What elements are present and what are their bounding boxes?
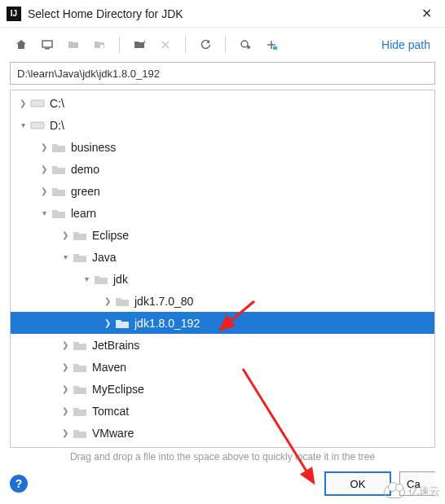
folder-icon (73, 404, 87, 419)
tree-node[interactable]: ❯business (11, 136, 434, 158)
directory-tree: ❯C:\▾D:\❯business❯demo❯green▾learn❯Eclip… (11, 90, 434, 445)
tree-node[interactable]: ▾Java (11, 246, 434, 268)
tree-node[interactable]: ❯VMware (11, 422, 434, 444)
tree-node-label: MyEclipse (92, 383, 144, 396)
svg-point-5 (247, 46, 250, 49)
project-icon (62, 33, 85, 56)
tree-node-label: Maven (92, 361, 126, 374)
drive-icon (30, 118, 45, 133)
tree-node[interactable]: ❯JetBrains (11, 334, 434, 356)
tree-node-label: jdk1.8.0_192 (134, 317, 200, 330)
chevron-right-icon[interactable]: ❯ (102, 296, 113, 305)
tree-node[interactable]: ❯Tomcat (11, 400, 434, 422)
cancel-button[interactable]: Ca (399, 471, 435, 496)
folder-icon (73, 228, 87, 243)
tree-node-label: D:\ (50, 119, 64, 132)
tree-node[interactable]: ❯Eclipse (11, 224, 434, 246)
show-hidden-icon[interactable] (234, 33, 257, 56)
app-icon: IJ (7, 7, 21, 21)
chevron-right-icon[interactable]: ❯ (59, 428, 71, 437)
tree-node-label: Tomcat (92, 405, 129, 418)
chevron-right-icon[interactable]: ❯ (38, 186, 50, 195)
tree-node[interactable]: ❯Maven (11, 356, 434, 378)
button-row: ? OK Ca (0, 471, 445, 496)
folder-icon (51, 184, 66, 199)
folder-icon (115, 316, 130, 331)
chevron-down-icon[interactable]: ▾ (81, 274, 92, 283)
folder-icon (73, 250, 87, 265)
tree-node-label: learn (71, 207, 96, 220)
desktop-icon[interactable] (36, 33, 59, 56)
toolbar-separator (119, 37, 120, 53)
toolbar-separator (185, 37, 186, 53)
module-icon (88, 33, 111, 56)
chevron-right-icon[interactable]: ❯ (59, 384, 71, 393)
tree-node-label: JetBrains (92, 339, 139, 352)
tree-node-label: business (71, 141, 116, 154)
tree-node-label: C:\ (50, 97, 64, 110)
svg-point-4 (241, 41, 248, 47)
chevron-down-icon[interactable]: ▾ (17, 121, 29, 129)
toolbar-separator (225, 37, 226, 53)
chevron-right-icon[interactable]: ❯ (38, 164, 50, 173)
close-icon[interactable]: ✕ (415, 2, 438, 24)
refresh-icon[interactable] (194, 33, 217, 56)
chevron-right-icon[interactable]: ❯ (59, 340, 71, 349)
tree-node[interactable]: ❯green (11, 180, 434, 202)
svg-rect-8 (31, 122, 44, 129)
svg-rect-2 (100, 45, 104, 48)
folder-icon (115, 294, 130, 309)
folder-icon (73, 426, 87, 440)
tree-node-label: VMware (92, 427, 134, 440)
chevron-down-icon[interactable]: ▾ (38, 208, 50, 217)
chevron-right-icon[interactable]: ❯ (59, 406, 71, 415)
tree-node[interactable]: ❯demo (11, 158, 434, 180)
tree-node[interactable]: ❯C:\ (11, 92, 434, 114)
tree-node-label: demo (71, 163, 99, 176)
folder-icon (51, 162, 66, 177)
chevron-right-icon[interactable]: ❯ (38, 142, 50, 151)
svg-rect-1 (45, 48, 50, 50)
drive-icon (30, 96, 45, 111)
tree-node[interactable]: ❯jdk1.8.0_192 (11, 312, 434, 334)
tree-node-label: green (71, 185, 100, 198)
hint-text: Drag and drop a file into the space abov… (0, 448, 445, 469)
chevron-right-icon[interactable]: ❯ (59, 362, 71, 371)
tree-node[interactable]: ▾learn (11, 202, 434, 224)
window-title: Select Home Directory for JDK (28, 7, 415, 20)
help-icon[interactable]: ? (10, 475, 28, 493)
path-row (0, 62, 445, 90)
chevron-right-icon[interactable]: ❯ (59, 230, 71, 239)
ok-button[interactable]: OK (324, 471, 391, 496)
folder-icon (73, 338, 87, 353)
svg-rect-6 (273, 46, 277, 50)
tree-panel[interactable]: ❯C:\▾D:\❯business❯demo❯green▾learn❯Eclip… (10, 90, 435, 448)
chevron-right-icon[interactable]: ❯ (17, 99, 29, 107)
new-folder-icon[interactable]: + (128, 33, 151, 56)
tree-node[interactable]: ▾D:\ (11, 114, 434, 136)
path-input[interactable] (10, 62, 435, 85)
chevron-right-icon[interactable]: ❯ (102, 318, 113, 327)
tree-node-label: Eclipse (92, 229, 129, 242)
tree-node-label: jdk1.7.0_80 (134, 295, 193, 308)
toolbar: + Hide path (0, 28, 445, 62)
tree-node-label: jdk (113, 273, 128, 286)
add-path-icon[interactable] (260, 33, 283, 56)
delete-icon (154, 33, 177, 56)
chevron-down-icon[interactable]: ▾ (59, 252, 71, 261)
folder-icon (94, 272, 108, 287)
tree-node[interactable]: ❯jdk1.7.0_80 (11, 290, 434, 312)
svg-rect-7 (31, 100, 44, 107)
hide-path-link[interactable]: Hide path (377, 38, 435, 51)
svg-text:+: + (143, 38, 146, 46)
tree-node[interactable]: ▾jdk (11, 268, 434, 290)
folder-icon (51, 140, 66, 155)
tree-node[interactable]: ❯MyEclipse (11, 378, 434, 400)
tree-node-label: Java (92, 251, 117, 264)
folder-icon (73, 382, 87, 397)
home-icon[interactable] (10, 33, 33, 56)
folder-icon (51, 206, 66, 221)
folder-icon (73, 360, 87, 375)
titlebar: IJ Select Home Directory for JDK ✕ (0, 0, 445, 28)
svg-rect-0 (42, 41, 52, 47)
